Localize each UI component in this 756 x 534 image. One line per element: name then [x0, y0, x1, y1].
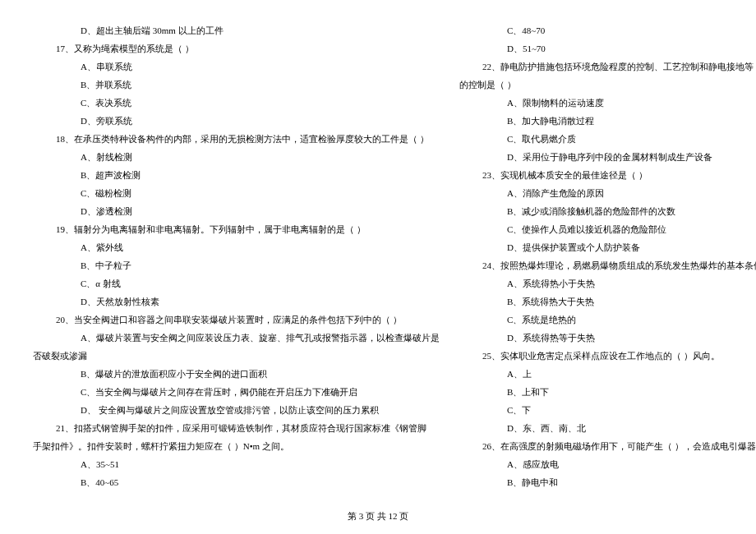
- text-line: B、静电中和: [459, 473, 756, 491]
- text-line: B、加大静电消散过程: [459, 112, 756, 130]
- text-line: 的控制是（ ）: [459, 76, 756, 94]
- text-line: C、表决系统: [33, 94, 440, 112]
- text-line: C、48~70: [459, 21, 756, 39]
- text-line: D、旁联系统: [33, 112, 440, 130]
- text-line: 手架扣件》。扣件安装时，螺杆拧紧扭力矩应在（ ）N•m 之间。: [33, 437, 440, 455]
- text-line: D、采用位于静电序列中段的金属材料制成生产设备: [459, 148, 756, 166]
- text-line: 17、又称为绳索模型的系统是（ ）: [33, 39, 440, 58]
- text-line: C、取代易燃介质: [459, 130, 756, 148]
- text-line: A、紫外线: [33, 238, 440, 256]
- text-line: 19、辐射分为电离辐射和非电离辐射。下列辐射中，属于非电离辐射的是（ ）: [33, 220, 440, 238]
- text-line: B、减少或消除接触机器的危险部件的次数: [459, 202, 756, 220]
- text-line: B、中子粒子: [33, 256, 440, 274]
- text-line: C、当安全阀与爆破片之间存在背压时，阀仍能在开启压力下准确开启: [33, 383, 440, 401]
- text-line: D、 安全阀与爆破片之间应设置放空管或排污管，以防止该空间的压力累积: [33, 401, 440, 419]
- text-line: C、下: [459, 401, 756, 419]
- text-line: 25、实体职业危害定点采样点应设在工作地点的（ ）风向。: [459, 347, 756, 365]
- left-column: D、超出主轴后端 30mm 以上的工件17、又称为绳索模型的系统是（ ）A、串联…: [33, 21, 449, 509]
- text-line: 21、扣搭式钢管脚手架的扣件，应采用可锻铸造铁制作，其材质应符合现行国家标准《钢…: [33, 419, 440, 437]
- text-line: A、上: [459, 365, 756, 383]
- text-line: D、天然放射性核素: [33, 292, 440, 311]
- text-line: C、系统是绝热的: [459, 311, 756, 329]
- text-line: 26、在高强度的射频电磁场作用下，可能产生（ ），会造成电引爆器件发生意外引爆。: [459, 437, 756, 455]
- text-line: 20、当安全阀进口和容器之间串联安装爆破片装置时，应满足的条件包括下列中的（ ）: [33, 311, 440, 329]
- text-line: A、消除产生危险的原因: [459, 184, 756, 202]
- text-line: B、超声波检测: [33, 166, 440, 184]
- text-line: A、35~51: [33, 455, 440, 473]
- text-line: C、磁粉检测: [33, 184, 440, 202]
- text-line: D、东、西、南、北: [459, 419, 756, 437]
- text-line: 否破裂或渗漏: [33, 347, 440, 365]
- right-column: C、48~70D、51~7022、静电防护措施包括环境危险程度的控制、工艺控制和…: [449, 21, 756, 509]
- text-line: D、51~70: [459, 39, 756, 58]
- text-line: C、使操作人员难以接近机器的危险部位: [459, 220, 756, 238]
- text-line: B、系统得热大于失热: [459, 292, 756, 311]
- text-line: 24、按照热爆炸理论，易燃易爆物质组成的系统发生热爆炸的基本条件是（ ）: [459, 256, 756, 274]
- page-content: D、超出主轴后端 30mm 以上的工件17、又称为绳索模型的系统是（ ）A、串联…: [0, 0, 756, 509]
- text-line: A、限制物料的运动速度: [459, 94, 756, 112]
- text-line: A、串联系统: [33, 58, 440, 76]
- text-line: D、超出主轴后端 30mm 以上的工件: [33, 21, 440, 39]
- text-line: B、爆破片的泄放面积应小于安全阀的进口面积: [33, 365, 440, 383]
- text-line: B、并联系统: [33, 76, 440, 94]
- text-line: B、40~65: [33, 473, 440, 491]
- page-footer: 第 3 页 共 12 页: [0, 510, 756, 522]
- text-line: C、α 射线: [33, 274, 440, 292]
- text-line: A、感应放电: [459, 455, 756, 473]
- text-line: A、射线检测: [33, 148, 440, 166]
- text-line: D、提供保护装置或个人防护装备: [459, 238, 756, 256]
- text-line: 23、实现机械本质安全的最佳途径是（ ）: [459, 166, 756, 184]
- text-line: D、系统得热等于失热: [459, 329, 756, 347]
- text-line: B、上和下: [459, 383, 756, 401]
- text-line: 22、静电防护措施包括环境危险程度的控制、工艺控制和静电接地等，下列属于环境危险…: [459, 58, 756, 76]
- text-line: A、爆破片装置与安全阀之间应装设压力表、旋塞、排气孔或报警指示器，以检查爆破片是: [33, 329, 440, 347]
- text-line: A、系统得热小于失热: [459, 274, 756, 292]
- text-line: 18、在承压类特种设备构件的内部，采用的无损检测方法中，适宜检验厚度较大的工件是…: [33, 130, 440, 148]
- text-line: D、渗透检测: [33, 202, 440, 220]
